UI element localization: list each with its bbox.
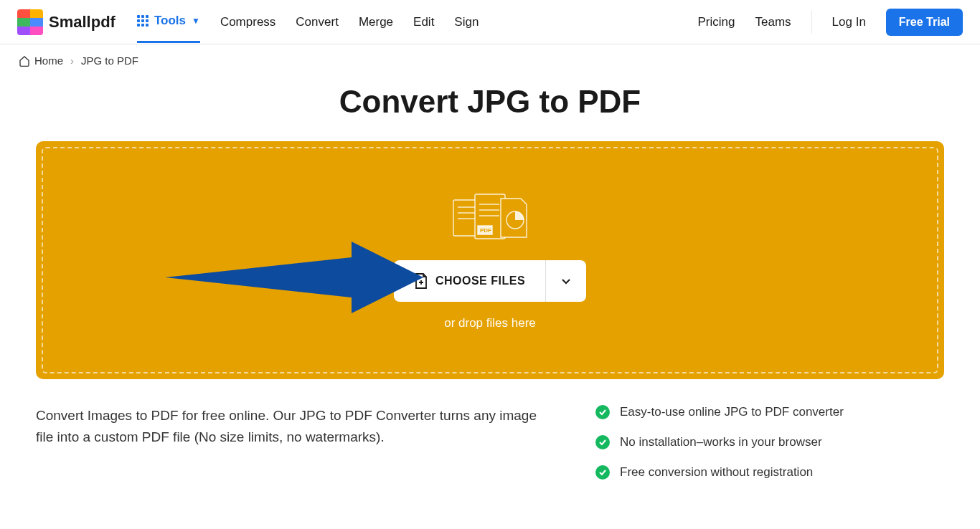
main-header: Smallpdf Tools ▼ Compress Convert Merge … xyxy=(0,0,980,44)
drop-hint: or drop files here xyxy=(444,316,536,330)
feature-item: Easy-to-use online JPG to PDF converter xyxy=(595,405,897,419)
brand-name: Smallpdf xyxy=(49,13,116,32)
breadcrumb-separator: › xyxy=(70,54,74,67)
nav-divider xyxy=(811,11,812,34)
page-title: Convert JPG to PDF xyxy=(0,84,980,120)
nav-tools[interactable]: Tools ▼ xyxy=(137,1,200,43)
check-icon xyxy=(595,465,610,480)
description-text: Convert Images to PDF for free online. O… xyxy=(36,405,552,495)
chevron-down-icon xyxy=(560,275,572,287)
right-nav: Pricing Teams Log In Free Trial xyxy=(698,2,963,42)
dropzone-container: PDF CHOOSE FILES or drop files here xyxy=(36,141,944,379)
nav-teams[interactable]: Teams xyxy=(755,2,791,42)
nav-tools-label: Tools xyxy=(154,14,186,28)
free-trial-button[interactable]: Free Trial xyxy=(886,9,963,36)
features-list: Easy-to-use online JPG to PDF converter … xyxy=(595,405,897,495)
breadcrumb-current: JPG to PDF xyxy=(81,54,138,67)
logo-icon xyxy=(17,9,43,35)
feature-label: No installation–works in your browser xyxy=(620,435,822,449)
choose-files-label: CHOOSE FILES xyxy=(435,275,525,287)
home-icon xyxy=(19,55,30,67)
files-illustration-icon: PDF xyxy=(451,190,529,247)
breadcrumb: Home › JPG to PDF xyxy=(0,44,980,77)
feature-item: Free conversion without registration xyxy=(595,465,897,480)
check-icon xyxy=(595,435,610,449)
main-nav: Tools ▼ Compress Convert Merge Edit Sign xyxy=(137,1,698,43)
feature-item: No installation–works in your browser xyxy=(595,435,897,449)
chevron-down-icon: ▼ xyxy=(192,16,200,26)
arrow-annotation-icon xyxy=(165,242,423,320)
choose-files-dropdown[interactable] xyxy=(545,260,586,302)
grid-icon xyxy=(137,15,149,27)
login-link[interactable]: Log In xyxy=(832,2,866,42)
svg-marker-0 xyxy=(165,242,423,313)
nav-pricing[interactable]: Pricing xyxy=(698,2,735,42)
nav-compress[interactable]: Compress xyxy=(220,2,275,42)
feature-label: Easy-to-use online JPG to PDF converter xyxy=(620,405,844,419)
nav-sign[interactable]: Sign xyxy=(454,2,479,42)
nav-edit[interactable]: Edit xyxy=(413,2,434,42)
nav-merge[interactable]: Merge xyxy=(359,2,393,42)
breadcrumb-home[interactable]: Home xyxy=(19,54,63,67)
check-icon xyxy=(595,405,610,419)
logo[interactable]: Smallpdf xyxy=(17,9,116,35)
breadcrumb-home-label: Home xyxy=(34,54,63,67)
file-dropzone[interactable]: PDF CHOOSE FILES or drop files here xyxy=(42,147,938,373)
below-section: Convert Images to PDF for free online. O… xyxy=(0,379,980,521)
svg-text:PDF: PDF xyxy=(480,227,491,234)
feature-label: Free conversion without registration xyxy=(620,465,813,480)
nav-convert[interactable]: Convert xyxy=(296,2,339,42)
